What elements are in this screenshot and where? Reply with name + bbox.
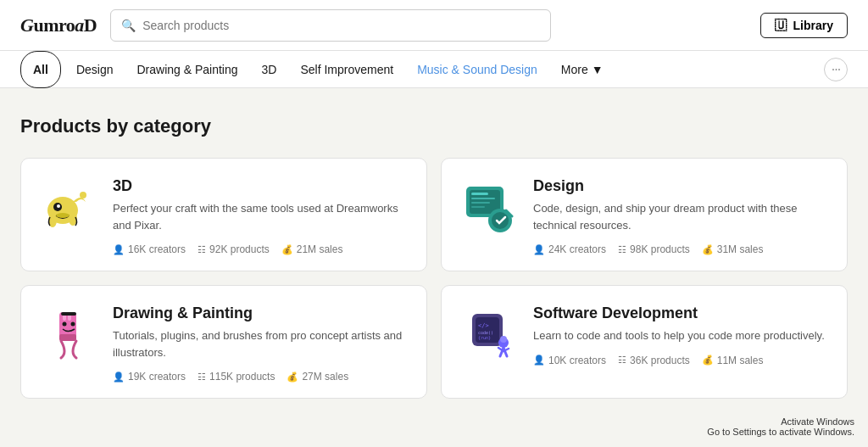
category-desc-software: Learn to code and tools to help you code… <box>533 327 830 344</box>
svg-text:{run}: {run} <box>478 335 491 340</box>
svg-rect-10 <box>471 198 495 199</box>
creators-stat-3d: 👤 16K creators <box>113 243 186 255</box>
person-icon-drawing: 👤 <box>113 372 125 383</box>
search-input[interactable] <box>142 19 540 32</box>
person-icon-software: 👤 <box>533 355 545 366</box>
nav-item-music[interactable]: Music & Sound Design <box>405 51 549 88</box>
nav-item-all[interactable]: All <box>20 51 61 88</box>
category-card-software[interactable]: </> code() {run} Software Development Le… <box>441 285 848 399</box>
products-count-design: 98K products <box>630 243 690 255</box>
category-info-3d: 3D Perfect your craft with the same tool… <box>113 177 409 255</box>
category-icon-design <box>459 177 520 238</box>
category-desc-drawing: Tutorials, plugins, and brushes from pro… <box>113 327 409 360</box>
products-count-3d: 92K products <box>209 243 270 255</box>
library-label: Library <box>793 19 833 32</box>
category-icon-drawing <box>38 305 99 366</box>
bag-icon-design: 💰 <box>702 244 714 255</box>
category-name-software: Software Development <box>533 305 830 322</box>
sales-count-software: 11M sales <box>717 355 764 366</box>
category-name-design: Design <box>533 177 830 195</box>
svg-rect-18 <box>59 334 76 341</box>
logo[interactable]: GumroaD <box>20 14 97 36</box>
section-title: Products by category <box>20 115 848 137</box>
svg-rect-19 <box>61 312 76 316</box>
svg-point-20 <box>63 322 67 327</box>
category-info-design: Design Code, design, and ship your dream… <box>533 177 830 255</box>
nav-item-design[interactable]: Design <box>64 51 125 88</box>
grid-icon: ☷ <box>198 244 206 255</box>
svg-rect-11 <box>471 202 490 204</box>
nav-item-more[interactable]: More ▼ <box>549 51 615 88</box>
category-icon-3d <box>38 177 99 238</box>
category-stats-drawing: 👤 19K creators ☷ 115K products 💰 27M sal… <box>113 371 409 383</box>
grid-icon-software: ☷ <box>618 355 626 366</box>
svg-point-2 <box>57 204 60 208</box>
search-bar: 🔍 <box>110 9 551 42</box>
svg-rect-12 <box>471 206 485 208</box>
products-stat-drawing: ☷ 115K products <box>198 371 275 383</box>
products-count-drawing: 115K products <box>209 371 275 383</box>
chevron-down-icon: ▼ <box>592 63 604 76</box>
products-count-software: 36K products <box>630 355 690 366</box>
creators-count-drawing: 19K creators <box>128 371 186 383</box>
grid-icon-design: ☷ <box>618 244 626 255</box>
svg-point-21 <box>71 322 75 327</box>
nav-overflow-button[interactable]: ··· <box>824 58 848 81</box>
category-stats-software: 👤 10K creators ☷ 36K products 💰 11M sale… <box>533 355 830 366</box>
sales-stat-design: 💰 31M sales <box>702 243 764 255</box>
sales-stat-drawing: 💰 27M sales <box>287 371 348 383</box>
nav-item-self-improvement[interactable]: Self Improvement <box>288 51 405 88</box>
category-name-3d: 3D <box>113 177 409 195</box>
creators-stat-drawing: 👤 19K creators <box>113 371 186 383</box>
svg-point-28 <box>500 336 507 343</box>
header: GumroaD 🔍 🇺 Library <box>0 0 868 51</box>
products-stat-software: ☷ 36K products <box>618 355 690 366</box>
bag-icon: 💰 <box>281 244 293 255</box>
creators-stat-design: 👤 24K creators <box>533 243 606 255</box>
sales-stat-software: 💰 11M sales <box>702 355 764 366</box>
sales-stat-3d: 💰 21M sales <box>281 243 343 255</box>
category-grid: 3D Perfect your craft with the same tool… <box>20 158 848 399</box>
category-card-drawing[interactable]: Drawing & Painting Tutorials, plugins, a… <box>20 285 427 399</box>
navigation: All Design Drawing & Painting 3D Self Im… <box>0 51 868 88</box>
svg-text:</>: </> <box>478 322 489 329</box>
category-info-software: Software Development Learn to code and t… <box>533 305 830 366</box>
more-label: More <box>561 63 588 76</box>
svg-point-14 <box>492 212 509 229</box>
category-info-drawing: Drawing & Painting Tutorials, plugins, a… <box>113 305 409 383</box>
sales-count-design: 31M sales <box>717 243 764 255</box>
person-icon: 👤 <box>113 244 125 255</box>
library-icon: 🇺 <box>775 19 787 32</box>
category-stats-design: 👤 24K creators ☷ 98K products 💰 31M sale… <box>533 243 830 255</box>
creators-count-design: 24K creators <box>548 243 606 255</box>
category-name-drawing: Drawing & Painting <box>113 305 409 322</box>
sales-count-3d: 21M sales <box>297 243 343 255</box>
creators-stat-software: 👤 10K creators <box>533 355 606 366</box>
nav-item-drawing[interactable]: Drawing & Painting <box>125 51 249 88</box>
category-card-design[interactable]: Design Code, design, and ship your dream… <box>441 158 848 271</box>
library-button[interactable]: 🇺 Library <box>760 13 848 38</box>
sales-count-drawing: 27M sales <box>302 371 348 383</box>
category-desc-design: Code, design, and ship your dream produc… <box>533 200 830 233</box>
main-content: Products by category <box>0 88 868 419</box>
grid-icon-drawing: ☷ <box>198 372 206 383</box>
creators-count-3d: 16K creators <box>128 243 186 255</box>
svg-point-4 <box>80 192 86 198</box>
creators-count-software: 10K creators <box>548 355 606 366</box>
category-card-3d[interactable]: 3D Perfect your craft with the same tool… <box>20 158 427 271</box>
products-stat-design: ☷ 98K products <box>618 243 690 255</box>
bag-icon-software: 💰 <box>702 355 714 366</box>
category-stats-3d: 👤 16K creators ☷ 92K products 💰 21M sale… <box>113 243 409 255</box>
category-desc-3d: Perfect your craft with the same tools u… <box>113 200 409 233</box>
svg-point-3 <box>56 213 70 218</box>
svg-rect-9 <box>471 193 488 195</box>
nav-item-3d[interactable]: 3D <box>250 51 289 88</box>
bag-icon-drawing: 💰 <box>287 372 298 383</box>
products-stat-3d: ☷ 92K products <box>198 243 270 255</box>
category-icon-software: </> code() {run} <box>459 305 520 366</box>
search-icon: 🔍 <box>121 19 136 32</box>
person-icon-design: 👤 <box>533 244 545 255</box>
